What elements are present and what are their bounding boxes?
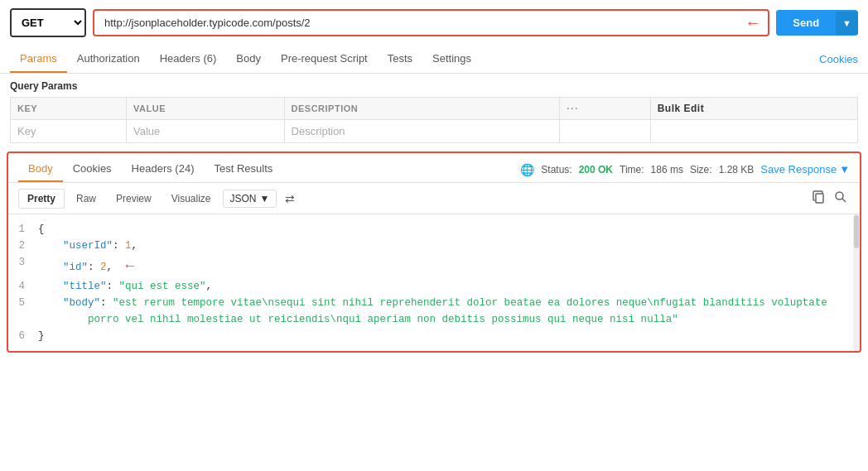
desc-placeholder[interactable]: Description <box>284 120 560 143</box>
tab-tests[interactable]: Tests <box>378 46 422 73</box>
method-group: GET POST PUT DELETE <box>10 8 86 37</box>
url-wrapper: ← <box>93 9 769 36</box>
format-visualize[interactable]: Visualize <box>163 190 219 208</box>
format-preview[interactable]: Preview <box>108 190 160 208</box>
save-response-button[interactable]: Save Response ▼ <box>760 163 850 175</box>
format-raw[interactable]: Raw <box>68 190 104 208</box>
col-bulk-edit[interactable]: Bulk Edit <box>650 98 857 120</box>
url-input[interactable] <box>101 11 745 35</box>
tab-authorization[interactable]: Authorization <box>67 46 150 73</box>
response-body: 1 { 2 "userId": 1, 3 "id": 2, ← 4 "title… <box>8 214 860 351</box>
format-bar: Pretty Raw Preview Visualize JSON ▼ ⇄ <box>8 183 860 214</box>
col-desc: DESCRIPTION <box>284 98 560 120</box>
col-dots: ··· <box>560 98 651 120</box>
svg-line-2 <box>842 199 846 202</box>
url-arrow-indicator: ← <box>745 13 761 32</box>
params-table: KEY VALUE DESCRIPTION ··· Bulk Edit Key … <box>10 97 858 143</box>
svg-rect-0 <box>816 194 823 203</box>
status-label: Status: <box>541 164 571 175</box>
size-value: 1.28 KB <box>719 164 755 175</box>
search-icon[interactable] <box>832 188 850 209</box>
send-dropdown-button[interactable]: ▼ <box>836 12 858 35</box>
line-2: 2 "userId": 1, <box>8 238 860 254</box>
send-button-group: Send ▼ <box>776 10 858 36</box>
tab-headers[interactable]: Headers (6) <box>150 46 227 73</box>
format-pretty[interactable]: Pretty <box>18 189 65 209</box>
send-button[interactable]: Send <box>776 10 836 36</box>
response-tabs-row: Body Cookies Headers (24) Test Results 🌐… <box>8 153 860 183</box>
method-select[interactable]: GET POST PUT DELETE <box>12 10 84 36</box>
wrap-icon[interactable]: ⇄ <box>285 192 295 205</box>
resp-tab-test-results[interactable]: Test Results <box>204 156 282 182</box>
size-label: Size: <box>690 164 712 175</box>
tab-params[interactable]: Params <box>10 46 67 73</box>
scroll-track[interactable] <box>853 214 860 351</box>
col-value: VALUE <box>127 98 285 120</box>
line-3: 3 "id": 2, ← <box>8 254 860 278</box>
time-value: 186 ms <box>651 164 683 175</box>
scroll-thumb[interactable] <box>854 215 859 248</box>
line-1: 1 { <box>8 221 860 238</box>
globe-icon: 🌐 <box>520 163 534 176</box>
cookies-link[interactable]: Cookies <box>819 46 858 72</box>
resp-tab-cookies[interactable]: Cookies <box>63 156 122 182</box>
resp-tab-headers[interactable]: Headers (24) <box>122 156 205 182</box>
tab-settings[interactable]: Settings <box>422 46 481 73</box>
request-tabs: Params Authorization Headers (6) Body Pr… <box>0 46 868 74</box>
line-5b: porro vel nihil molestiae ut reiciendis\… <box>8 311 860 328</box>
tab-body[interactable]: Body <box>226 46 271 73</box>
status-value: 200 OK <box>579 164 613 175</box>
line-5a: 5 "body": "est rerum tempore vitae\nsequ… <box>8 295 860 311</box>
top-bar: GET POST PUT DELETE ← Send ▼ <box>0 0 868 46</box>
copy-icon[interactable] <box>810 188 828 209</box>
response-section: Body Cookies Headers (24) Test Results 🌐… <box>7 151 861 353</box>
params-row-empty: Key Value Description <box>11 120 858 143</box>
line-4: 4 "title": "qui est esse", <box>8 278 860 295</box>
svg-point-1 <box>836 192 843 199</box>
resp-tab-body[interactable]: Body <box>18 156 63 182</box>
col-key: KEY <box>11 98 127 120</box>
value-placeholder[interactable]: Value <box>127 120 285 143</box>
query-params-section: Query Params KEY VALUE DESCRIPTION ··· B… <box>0 74 868 143</box>
key-placeholder[interactable]: Key <box>11 120 127 143</box>
json-type-select[interactable]: JSON ▼ <box>223 190 277 208</box>
time-label: Time: <box>620 164 644 175</box>
query-params-title: Query Params <box>10 80 858 92</box>
line-6: 6 } <box>8 328 860 344</box>
response-status-bar: 🌐 Status: 200 OK Time: 186 ms Size: 1.28… <box>520 160 850 180</box>
tab-pre-request[interactable]: Pre-request Script <box>271 46 378 73</box>
